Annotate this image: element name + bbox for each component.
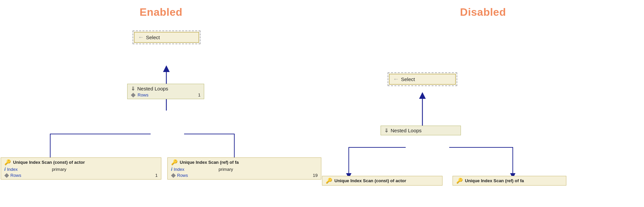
enabled-right-rows-value: 19: [313, 173, 318, 178]
enabled-select-label: Select: [146, 34, 160, 40]
enabled-right-index-row: i Index primary: [171, 166, 318, 172]
disabled-key-icon-left: 🔑: [326, 178, 332, 184]
enabled-left-rows-row: Rows 1: [4, 173, 158, 178]
enabled-right-leaf-header: 🔑 Unique Index Scan (ref) of fa: [171, 159, 318, 165]
select-arrow-icon: ←: [138, 34, 144, 41]
enabled-left-leaf-title: Unique Index Scan (const) of actor: [13, 160, 85, 165]
enabled-rows-value: 1: [198, 92, 200, 97]
disabled-right-leaf-header: 🔑 Unique Index Scan (ref) of fa: [456, 178, 563, 184]
disabled-left-leaf: 🔑 Unique Index Scan (const) of actor: [322, 176, 442, 186]
nested-icon: ⇓: [131, 85, 135, 92]
diamond-icon-right: [171, 173, 176, 178]
disabled-title: Disabled: [322, 0, 644, 18]
disabled-select-arrow-icon: ←: [393, 76, 399, 83]
disabled-key-icon-right: 🔑: [456, 178, 463, 184]
enabled-nested-rows: Rows 1: [131, 92, 200, 97]
disabled-section: Disabled: [322, 0, 644, 207]
enabled-left-index-value: primary: [52, 167, 66, 172]
key-icon-right: 🔑: [171, 159, 178, 165]
disabled-right-leaf: 🔑 Unique Index Scan (ref) of fa: [453, 176, 566, 186]
disabled-nested-node: ⇓ Nested Loops: [381, 126, 461, 135]
disabled-nested-header: ⇓ Nested Loops: [384, 127, 457, 134]
enabled-left-rows-value: 1: [155, 173, 158, 178]
enabled-nested-label: Nested Loops: [137, 86, 168, 91]
enabled-left-leaf: 🔑 Unique Index Scan (const) of actor i I…: [1, 157, 161, 180]
enabled-title: Enabled: [0, 0, 322, 18]
enabled-nested-node: ⇓ Nested Loops Rows 1: [127, 84, 204, 99]
diamond-icon-left: [4, 173, 9, 178]
enabled-rows-label: Rows: [138, 92, 196, 97]
enabled-right-rows-row: Rows 19: [171, 173, 318, 178]
disabled-left-leaf-header: 🔑 Unique Index Scan (const) of actor: [326, 178, 439, 184]
enabled-left-rows-label: Rows: [10, 173, 27, 178]
enabled-right-index-label: Index: [174, 167, 190, 172]
disabled-nested-icon: ⇓: [384, 127, 389, 134]
enabled-right-leaf: 🔑 Unique Index Scan (ref) of fa i Index …: [167, 157, 321, 180]
info-icon-right: i: [171, 166, 172, 172]
enabled-left-index-label: Index: [7, 167, 24, 172]
enabled-section: Enabled: [0, 0, 322, 207]
key-icon-left: 🔑: [4, 159, 11, 165]
enabled-select-header: ← Select: [138, 34, 195, 41]
enabled-left-leaf-header: 🔑 Unique Index Scan (const) of actor: [4, 159, 158, 165]
enabled-select-node: ← Select: [134, 32, 199, 43]
disabled-right-leaf-title: Unique Index Scan (ref) of fa: [465, 178, 524, 183]
disabled-select-label: Select: [401, 76, 415, 82]
disabled-select-header: ← Select: [393, 76, 452, 83]
enabled-right-rows-label: Rows: [177, 173, 194, 178]
enabled-right-leaf-title: Unique Index Scan (ref) of fa: [180, 160, 239, 165]
enabled-right-index-value: primary: [219, 167, 233, 172]
disabled-nested-label: Nested Loops: [391, 128, 422, 133]
disabled-left-leaf-title: Unique Index Scan (const) of actor: [334, 178, 406, 183]
enabled-nested-header: ⇓ Nested Loops: [131, 85, 200, 92]
main-container: Enabled: [0, 0, 644, 207]
info-icon-left: i: [4, 166, 6, 172]
enabled-left-index-row: i Index primary: [4, 166, 158, 172]
disabled-select-node: ← Select: [389, 74, 456, 85]
diamond-icon: [131, 92, 136, 97]
